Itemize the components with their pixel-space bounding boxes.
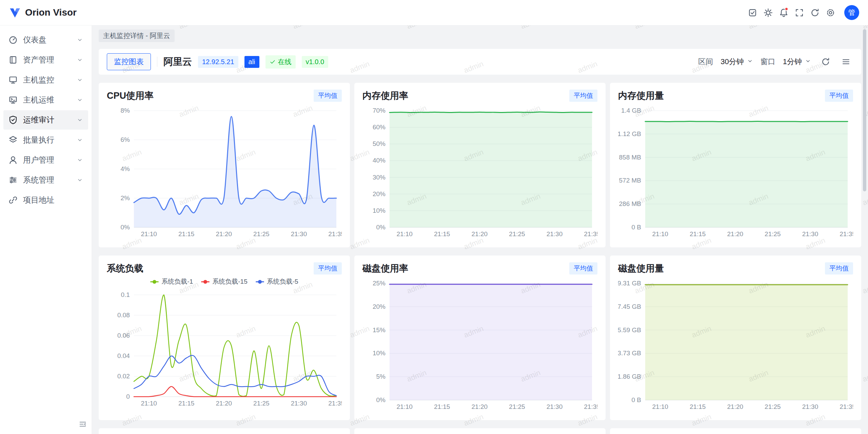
sidebar-item-host-monitor[interactable]: 主机监控 — [3, 70, 88, 90]
chart-title: 磁盘使用量 — [618, 262, 664, 275]
y-axis-label: 5% — [376, 373, 386, 380]
sidebar-menu: 仪表盘 资产管理 主机监控 主机运维 运维审计 批量执行 用户管理 系统管理 — [3, 30, 88, 210]
x-axis-label: 21:30 — [802, 403, 818, 410]
chart-title: CPU使用率 — [107, 90, 154, 102]
window-select[interactable]: 1分钟 — [782, 55, 812, 69]
x-axis-label: 21:30 — [547, 403, 563, 410]
sidebar-item-asset-book[interactable]: 资产管理 — [3, 50, 88, 70]
sun-icon[interactable] — [760, 5, 776, 20]
bell-icon[interactable] — [776, 5, 791, 20]
average-badge: 平均值 — [825, 90, 853, 102]
x-axis-label: 21:20 — [216, 230, 232, 238]
chart-panel: 内存使用率 平均值 70%60%50%40%30%20%10%0%21:1021… — [354, 83, 606, 247]
x-axis-label: 21:35 — [840, 230, 853, 238]
average-badge: 平均值 — [825, 262, 853, 275]
monitor-chart-button[interactable]: 监控图表 — [107, 53, 151, 70]
x-axis-label: 21:15 — [434, 403, 450, 410]
y-axis-label: 1.12 GB — [618, 130, 641, 137]
chart-legend: 系统负载-1系统负载-15系统负载-5 — [107, 277, 342, 286]
host-ops-icon — [8, 95, 18, 105]
sidebar-item-dashboard[interactable]: 仪表盘 — [3, 30, 88, 50]
status-label: 在线 — [278, 57, 292, 67]
sidebar-item-batch-layers[interactable]: 批量执行 — [3, 130, 88, 150]
window-label: 窗口 — [761, 57, 775, 67]
range-select[interactable]: 30分钟 — [719, 55, 754, 69]
y-axis-label: 0.04 — [117, 352, 130, 359]
series-line — [134, 295, 336, 396]
avatar[interactable]: 管 — [844, 5, 859, 20]
average-badge: 平均值 — [569, 90, 597, 102]
gear-icon[interactable] — [823, 5, 838, 20]
scrollbar-thumb[interactable] — [863, 29, 866, 191]
y-axis-label: 286 MB — [619, 200, 641, 207]
x-axis-label: 21:15 — [178, 400, 194, 407]
top-header: Orion Visor 管 — [0, 0, 868, 25]
sidebar-item-user[interactable]: 用户管理 — [3, 150, 88, 170]
legend-item[interactable]: 系统负载-5 — [256, 277, 298, 286]
chevron-down-icon — [77, 57, 83, 63]
sidebar-item-system-sliders[interactable]: 系统管理 — [3, 170, 88, 190]
fullscreen-icon[interactable] — [791, 5, 807, 20]
y-axis-label: 5.59 GB — [618, 326, 641, 334]
y-axis-label: 4% — [120, 165, 130, 172]
y-axis-label: 572 MB — [619, 177, 641, 184]
sidebar-item-audit-shield[interactable]: 运维审计 — [3, 110, 88, 130]
y-axis-label: 0% — [120, 224, 130, 231]
line-chart: 0.10.080.060.040.02021:1021:1521:2021:25… — [107, 289, 342, 409]
y-axis-label: 0 B — [631, 224, 641, 231]
legend-marker-icon — [256, 281, 264, 282]
chevron-down-icon — [77, 97, 83, 103]
line-chart: 8%6%4%2%0%21:1021:1521:2021:2521:3021:35 — [107, 105, 342, 240]
dashboard-icon — [8, 35, 18, 44]
refresh-charts-icon[interactable] — [818, 55, 833, 69]
chart-panel-partial — [354, 428, 606, 434]
chevron-down-icon — [77, 77, 83, 83]
legend-item[interactable]: 系统负载-1 — [150, 277, 193, 286]
x-axis-label: 21:15 — [178, 230, 194, 238]
check-square-icon[interactable] — [745, 5, 760, 20]
user-icon — [8, 155, 18, 165]
x-axis-label: 21:15 — [434, 230, 450, 238]
chart-list-icon[interactable] — [839, 55, 853, 69]
host-name: 阿里云 — [163, 55, 192, 68]
x-axis-label: 21:25 — [765, 403, 781, 410]
sidebar-item-link[interactable]: 项目地址 — [3, 190, 88, 210]
x-axis-label: 21:15 — [690, 230, 706, 238]
scrollbar — [863, 29, 866, 431]
host-code-tag: ali — [244, 56, 259, 68]
chart-title: 磁盘使用率 — [362, 262, 408, 275]
average-badge: 平均值 — [569, 262, 597, 275]
refresh-icon[interactable] — [807, 5, 823, 20]
divider — [157, 57, 157, 67]
y-axis-label: 2% — [120, 194, 130, 202]
sidebar-item-host-ops[interactable]: 主机运维 — [3, 90, 88, 110]
x-axis-label: 21:10 — [396, 403, 412, 410]
sidebar: 仪表盘 资产管理 主机监控 主机运维 运维审计 批量执行 用户管理 系统管理 — [0, 25, 92, 434]
x-axis-label: 21:25 — [509, 230, 525, 238]
legend-marker-icon — [150, 281, 159, 282]
legend-marker-icon — [201, 281, 210, 282]
x-axis-label: 21:20 — [216, 400, 232, 407]
host-status-tag: 在线 — [265, 55, 296, 69]
host-ip-tag: 12.92.5.21 — [198, 56, 238, 68]
chevron-down-icon — [77, 117, 83, 123]
y-axis-label: 30% — [373, 174, 386, 181]
y-axis-label: 9.31 GB — [618, 280, 641, 287]
chart-panel: CPU使用率 平均值 8%6%4%2%0%21:1021:1521:2021:2… — [99, 83, 350, 247]
collapse-sidebar-icon[interactable] — [79, 420, 87, 430]
y-axis-label: 3.73 GB — [618, 350, 641, 357]
system-sliders-icon — [8, 175, 18, 185]
chart-title: 系统负载 — [107, 262, 143, 275]
x-axis-label: 21:10 — [141, 400, 157, 407]
y-axis-label: 0% — [376, 224, 386, 231]
range-label: 区间 — [698, 57, 713, 67]
y-axis-label: 20% — [373, 303, 386, 310]
y-axis-label: 0% — [376, 396, 386, 403]
asset-book-icon — [8, 55, 18, 64]
legend-item[interactable]: 系统负载-15 — [201, 277, 247, 286]
app-window: Orion Visor 管 仪表盘 资产管理 主机监控 主机运维 运维审计 — [0, 0, 868, 434]
chart-panel-partial — [610, 428, 861, 434]
chevron-down-icon — [77, 137, 83, 143]
series-area — [645, 121, 848, 228]
y-axis-label: 25% — [373, 280, 386, 287]
